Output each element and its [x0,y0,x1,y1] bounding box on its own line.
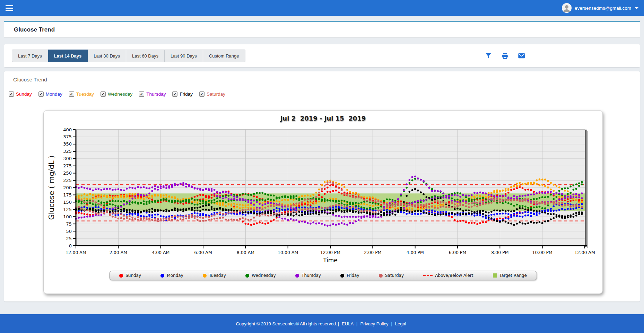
dot-swatch [340,274,344,278]
svg-text:2:00 AM: 2:00 AM [110,250,127,255]
svg-text:275: 275 [63,163,72,168]
tab-last-90-days[interactable]: Last 90 Days [165,50,203,62]
footer-link-eula[interactable]: EULA [342,321,354,326]
day-checkbox-tuesday[interactable]: ✔Tuesday [69,91,94,97]
square-swatch [493,273,497,278]
glucose-trend-panel: Glucose Trend ✔Sunday✔Monday✔Tuesday✔Wed… [4,71,640,301]
svg-text:150: 150 [63,200,72,205]
separator: | [338,321,339,326]
dot-swatch [203,274,207,278]
day-checkbox-wednesday[interactable]: ✔Wednesday [101,91,132,97]
checkbox-icon[interactable]: ✔ [139,91,144,97]
svg-text:200: 200 [63,185,72,190]
user-menu[interactable]: eversensedms@gmail.com [562,3,638,13]
legend-item-wednesday: Wednesday [245,273,276,278]
footer-link-legal[interactable]: Legal [395,321,406,326]
legend-label: Monday [167,273,183,278]
avatar [562,3,572,13]
svg-text:12:00 AM: 12:00 AM [66,250,86,255]
user-email: eversensedms@gmail.com [575,6,631,11]
legend-item-target-range: Target Range [493,273,527,278]
svg-text:4:00 AM: 4:00 AM [152,250,169,255]
footer-copyright: Copyright © 2019 Senseonics® All rights … [236,321,337,326]
y-axis-title: Glucose ( mg/dL ) [47,156,56,220]
footer: Copyright © 2019 Senseonics® All rights … [0,314,644,333]
section-title: Glucose Trend [4,71,640,87]
date-range-tabs: Last 7 DaysLast 14 DaysLast 30 DaysLast … [12,50,245,62]
day-filter-row: ✔Sunday✔Monday✔Tuesday✔Wednesday✔Thursda… [4,87,640,101]
svg-text:125: 125 [63,207,72,212]
svg-text:375: 375 [63,134,72,139]
checkbox-icon[interactable]: ✔ [9,91,14,97]
print-icon[interactable] [501,52,509,60]
legend-label: Friday [347,273,359,278]
day-checkbox-saturday[interactable]: ✔Saturday [199,91,225,97]
legend-label: Saturday [385,273,404,278]
dashes-swatch [423,275,433,276]
x-axis-title: Time [323,257,338,264]
email-icon[interactable] [518,52,525,60]
svg-text:10:00 PM: 10:00 PM [532,250,552,255]
filter-icon[interactable] [485,52,492,60]
footer-link-privacy-policy[interactable]: Privacy Policy [360,321,388,326]
legend-item-saturday: Saturday [379,273,404,278]
day-label: Tuesday [76,91,94,97]
svg-text:75: 75 [66,221,72,227]
day-label: Saturday [207,91,225,97]
chevron-down-icon [635,7,638,9]
footer-links: | EULA | Privacy Policy | Legal [337,321,408,326]
legend-item-monday: Monday [160,273,183,278]
dot-swatch [160,274,164,278]
checkbox-icon[interactable]: ✔ [69,91,74,97]
dot-swatch [119,274,123,278]
tab-last-30-days[interactable]: Last 30 Days [88,50,126,62]
legend-label: Tuesday [209,273,226,278]
separator: | [356,321,357,326]
day-checkbox-thursday[interactable]: ✔Thursday [139,91,166,97]
checkbox-icon[interactable]: ✔ [172,91,177,97]
separator: | [391,321,392,326]
day-label: Thursday [146,91,166,97]
svg-text:400: 400 [63,127,72,132]
svg-text:325: 325 [63,149,72,154]
day-checkbox-friday[interactable]: ✔Friday [172,91,193,97]
chart-legend: SundayMondayTuesdayWednesdayThursdayFrid… [109,271,537,280]
tab-custom-range[interactable]: Custom Range [203,50,245,62]
tab-last-7-days[interactable]: Last 7 Days [12,50,48,62]
chart-card: Jul 2 2019 - Jul 15 2019 025507510012515… [43,110,603,294]
menu-icon[interactable] [6,5,13,11]
tab-last-14-days[interactable]: Last 14 Days [48,50,88,62]
day-checkbox-monday[interactable]: ✔Monday [38,91,62,97]
svg-text:6:00 PM: 6:00 PM [449,250,466,255]
legend-label: Sunday [125,273,141,278]
toolbar: Last 7 DaysLast 14 DaysLast 30 DaysLast … [4,44,640,67]
checkbox-icon[interactable]: ✔ [199,91,204,97]
legend-label: Wednesday [252,273,276,278]
page-title: Glucose Trend [14,26,55,33]
svg-text:6:00 AM: 6:00 AM [194,250,212,255]
dot-swatch [245,274,249,278]
toolbar-actions [485,52,525,60]
legend-item-above-below-alert: Above/Below Alert [423,273,473,278]
legend-label: Target Range [499,273,527,278]
checkbox-icon[interactable]: ✔ [101,91,106,97]
dot-swatch [379,274,383,278]
day-label: Monday [46,91,62,97]
day-label: Sunday [16,91,32,97]
legend-item-sunday: Sunday [119,273,141,278]
tab-last-60-days[interactable]: Last 60 Days [126,50,165,62]
day-checkbox-sunday[interactable]: ✔Sunday [9,91,32,97]
svg-text:50: 50 [66,229,72,234]
svg-text:12:00 PM: 12:00 PM [320,250,340,255]
day-label: Wednesday [108,91,132,97]
svg-text:8:00 AM: 8:00 AM [237,250,254,255]
svg-text:0: 0 [69,243,72,248]
dot-swatch [295,274,299,278]
svg-text:2:00 PM: 2:00 PM [364,250,381,255]
legend-label: Above/Below Alert [435,273,473,278]
legend-item-thursday: Thursday [295,273,321,278]
day-label: Friday [180,91,193,97]
checkbox-icon[interactable]: ✔ [38,91,44,97]
svg-text:225: 225 [63,178,72,183]
svg-text:8:00 PM: 8:00 PM [491,250,508,255]
